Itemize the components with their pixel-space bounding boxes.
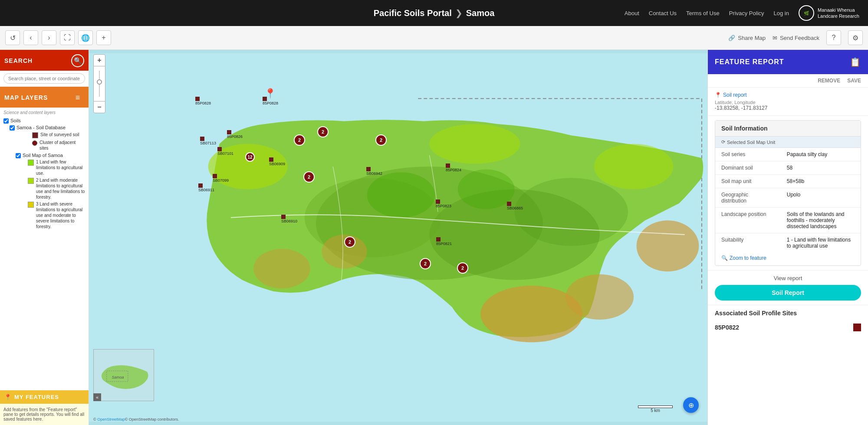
soils-checkbox[interactable]	[3, 118, 9, 124]
cluster-marker-4[interactable]: 12	[245, 152, 255, 162]
help-button[interactable]: ?	[826, 30, 841, 45]
cluster-marker-6[interactable]: 2	[344, 236, 355, 248]
soils-layer-row[interactable]: Soils	[3, 118, 85, 124]
cluster-marker-7[interactable]: 2	[420, 258, 431, 269]
brand-circle-icon: 🌿	[799, 5, 814, 21]
globe-button[interactable]: 🌐	[78, 30, 93, 45]
site-SB06911[interactable]: SB06911	[198, 183, 214, 192]
profile-id[interactable]: 85P0822	[715, 324, 739, 331]
site-SB06909[interactable]: SB06909	[269, 157, 285, 166]
zoom-to-feature[interactable]: 🔍 Zoom to feature	[715, 252, 861, 265]
site-SB06865[interactable]: SB06865	[507, 202, 523, 210]
soil-map-samoa-row[interactable]: Soil Map of Samoa	[10, 152, 85, 158]
profile-row: 85P0822	[715, 321, 861, 334]
feature-report-header: FEATURE REPORT 📋	[708, 50, 868, 74]
map-zoom-controls: + −	[93, 54, 105, 113]
geo-dist-value: Upolo	[781, 188, 861, 208]
soil-report-link[interactable]: 📍 Soil report	[715, 92, 861, 98]
cluster-marker-8[interactable]: 2	[457, 262, 468, 274]
samoa-db-row[interactable]: Samoa - Soil Database	[10, 124, 85, 131]
soils-layer-group: Soils Samoa - Soil Database Site of surv…	[3, 118, 85, 229]
zoom-in-button[interactable]: +	[93, 54, 105, 66]
search-input[interactable]	[3, 73, 85, 84]
assoc-profile-section: Associated Soil Profile Sites 85P0822	[708, 305, 868, 338]
layers-icon: ≡	[71, 91, 84, 104]
search-icon[interactable]: 🔍	[71, 54, 84, 67]
scale-text: 5 km	[651, 408, 660, 413]
cluster-label-6: 2	[349, 239, 351, 245]
my-features-label: 📍 MY FEATURES	[4, 394, 84, 400]
svg-point-10	[253, 249, 310, 289]
soil-map-unit-value: 58+58b	[781, 175, 861, 188]
cluster-marker-2[interactable]: 2	[317, 126, 329, 137]
zoom-slider[interactable]	[93, 66, 105, 101]
site-SB07101[interactable]: SB07101	[217, 147, 233, 156]
cluster-label-8: 2	[461, 265, 464, 271]
samoa-db-checkbox[interactable]	[10, 125, 15, 131]
forward-button[interactable]: ›	[42, 30, 56, 45]
osm-link[interactable]: OpenStreetMap	[97, 417, 125, 422]
gps-button[interactable]: ⊕	[683, 397, 699, 413]
toolbar-right: 🔗 Share Map ✉ Send Feedback ? ⚙	[728, 30, 863, 45]
send-feedback-action[interactable]: ✉ Send Feedback	[773, 35, 819, 41]
fullscreen-button[interactable]: ⛶	[60, 30, 75, 45]
mail-icon: ✉	[773, 35, 777, 41]
soil-map-legend: 1 Land with few limitations to agricultu…	[10, 159, 85, 229]
soil-info-section: Soil Information ⟳ Selected Soil Map Uni…	[715, 120, 861, 266]
site-85P0823[interactable]: 85P0823	[436, 199, 451, 208]
svg-point-6	[515, 178, 628, 246]
settings-button[interactable]: ⚙	[848, 30, 863, 45]
privacy-link[interactable]: Privacy Policy	[729, 10, 764, 16]
remove-button[interactable]: REMOVE	[818, 78, 840, 84]
map-area[interactable]: + − 2 2 2 12 2 2 2	[89, 50, 707, 425]
brand-logo: 🌿 Manaaki Whenua Landcare Research	[799, 5, 859, 21]
minimap-toggle[interactable]: «	[93, 393, 101, 401]
map-svg	[89, 50, 707, 425]
site-85P0821[interactable]: 85P0821	[436, 237, 452, 246]
svg-point-15	[367, 172, 435, 218]
my-features-icon: 📍	[4, 394, 12, 400]
unit-icon: ⟳	[721, 139, 725, 145]
soil-map-checkbox[interactable]	[16, 153, 21, 158]
site-SB07113[interactable]: SB07113	[200, 137, 216, 145]
cluster-marker-1[interactable]: 2	[294, 134, 305, 146]
save-button[interactable]: SAVE	[847, 78, 861, 84]
selected-pin[interactable]: 📍	[264, 88, 276, 99]
add-button[interactable]: +	[96, 30, 111, 45]
lat-lon-label: Latitude, Longitude	[715, 100, 861, 105]
site-SB06910[interactable]: SB06910	[281, 215, 297, 223]
samoa-db-label: Samoa - Soil Database	[16, 124, 66, 131]
samoa-soil-db-group: Samoa - Soil Database Site of surveyed s…	[3, 124, 85, 229]
region-title: Samoa	[466, 8, 495, 18]
refresh-button[interactable]: ↺	[5, 30, 20, 45]
science-label: Science and content layers	[3, 110, 85, 115]
cluster-marker-5[interactable]: 2	[303, 171, 315, 183]
site-85P0826[interactable]: 85P0826	[227, 130, 243, 139]
soil-report-button[interactable]: Soil Report	[715, 285, 861, 301]
site-85P0824[interactable]: 85P0824	[446, 163, 461, 172]
site-SB06942[interactable]: SB06942	[366, 167, 382, 176]
cluster-marker-3[interactable]: 2	[375, 134, 387, 146]
land-moderate-swatch	[28, 178, 34, 184]
zoom-out-button[interactable]: −	[93, 101, 105, 113]
search-label: SEARCH	[4, 57, 33, 64]
minimap: Samoa ⛳	[93, 349, 154, 401]
back-button[interactable]: ‹	[23, 30, 38, 45]
login-link[interactable]: Log in	[774, 10, 789, 16]
terms-link[interactable]: Terms of Use	[686, 10, 720, 16]
soil-series-key: Soil series	[715, 148, 781, 161]
contact-link[interactable]: Contact Us	[649, 10, 677, 16]
panel-soil-info: 📍 Soil report Latitude, Longitude -13.83…	[708, 88, 868, 116]
my-features-header: 📍 MY FEATURES	[0, 390, 89, 404]
svg-point-16	[458, 170, 515, 209]
geo-dist-row: Geographic distribution Upolo	[715, 188, 861, 208]
about-link[interactable]: About	[625, 10, 639, 16]
search-input-wrap	[0, 71, 89, 87]
svg-point-8	[566, 274, 634, 320]
site-SB07099[interactable]: SB07099	[213, 174, 229, 183]
land-severe-item: 3 Land with severe limitations to agricu…	[16, 201, 85, 229]
site-85P0828-a[interactable]: 85P0828	[195, 97, 211, 105]
soil-table: Soil series Papauta silty clay Dominant …	[715, 148, 861, 252]
share-map-action[interactable]: 🔗 Share Map	[728, 35, 766, 41]
brand-text: Manaaki Whenua Landcare Research	[818, 7, 859, 20]
